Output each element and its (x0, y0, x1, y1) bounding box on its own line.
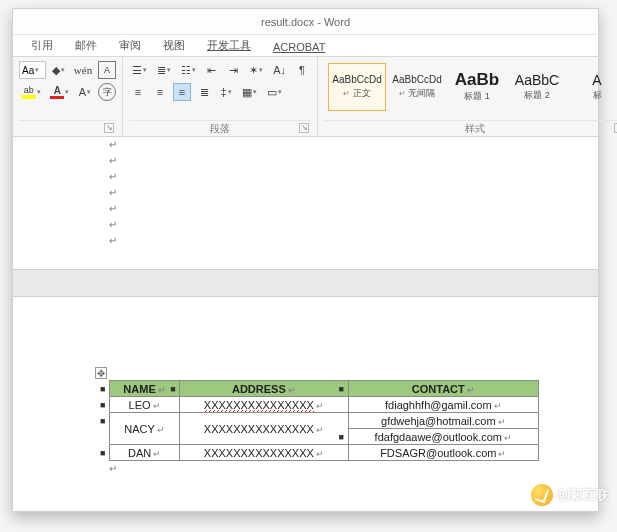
cell-contact[interactable]: FDSAGR@outlook.com↵ (348, 445, 538, 461)
style-tile-标题 2[interactable]: AaBbC标题 2 (508, 63, 566, 111)
phonetic-guide-button[interactable]: wén (72, 61, 94, 79)
table-header[interactable]: ■CONTACT↵ (348, 381, 538, 397)
ribbon-group-paragraph: ☰▾ ≣▾ ☷▾ ⇤ ⇥ ✶▾ A↓ ¶ ≡ ≡ ≡ ≣ ‡▾ ▦▾ ▭▾ (123, 57, 318, 136)
font-group-label: ↘ (19, 120, 116, 136)
font-name-combo[interactable]: Aa▾ (19, 61, 46, 79)
enclose-characters-button[interactable]: 字 (98, 83, 116, 101)
ribbon-group-font: Aa▾ ◆▾ wén A ab ▾ A ▾ (13, 57, 123, 136)
table-header[interactable]: ■ADDRESS↵ (180, 381, 348, 397)
shading-button[interactable]: ▦▾ (239, 83, 260, 101)
cell-contact[interactable]: gfdwehja@hotmail.com↵ (348, 413, 538, 429)
table-row[interactable]: ■NACY↵XXXXXXXXXXXXXXX↵gfdwehja@hotmail.c… (110, 413, 539, 429)
cell-address[interactable]: XXXXXXXXXXXXXXX↵ (180, 445, 348, 461)
cell-contact[interactable]: fdiaghhfh@gamil.com↵ (348, 397, 538, 413)
page-break (13, 269, 598, 297)
font-color-button[interactable]: A ▾ (48, 83, 73, 101)
align-left-button[interactable]: ≡ (129, 83, 147, 101)
align-right-button[interactable]: ≡ (173, 83, 191, 101)
cell-name[interactable]: ■NACY↵ (110, 413, 180, 445)
style-tile-正文[interactable]: AaBbCcDd↵ 正文 (328, 63, 386, 111)
style-tile-无间隔[interactable]: AaBbCcDd↵ 无间隔 (388, 63, 446, 111)
styles-group-label: 样式 ↘ (324, 120, 617, 136)
line-spacing-button[interactable]: ‡▾ (217, 83, 235, 101)
bullets-button[interactable]: ☰▾ (129, 61, 150, 79)
align-center-button[interactable]: ≡ (151, 83, 169, 101)
cell-address[interactable]: XXXXXXXXXXXXXXX↵ (180, 413, 348, 445)
sort-button[interactable]: A↓ (270, 61, 289, 79)
align-justify-button[interactable]: ≣ (195, 83, 213, 101)
style-tile-标[interactable]: A标 (568, 63, 617, 111)
paragraph-mark: ↵ (109, 201, 598, 217)
cell-address[interactable]: XXXXXXXXXXXXXXX↵ (180, 397, 348, 413)
tab-ACROBAT[interactable]: ACROBAT (273, 41, 325, 56)
style-tile-标题 1[interactable]: AaBb标题 1 (448, 63, 506, 111)
paragraph-mark: ↵ (109, 153, 598, 169)
multilevel-list-button[interactable]: ☷▾ (178, 61, 199, 79)
word-window: result.docx - Word 引用邮件审阅视图开发工具ACROBAT A… (12, 8, 599, 512)
style-gallery: AaBbCcDd↵ 正文AaBbCcDd↵ 无间隔AaBb标题 1AaBbC标题… (324, 61, 617, 113)
cell-contact[interactable]: ■fdafgdaawe@outlook.com↵ (348, 429, 538, 445)
clear-formatting-button[interactable]: ◆▾ (50, 61, 68, 79)
character-shading-button[interactable]: A▾ (76, 83, 94, 101)
increase-indent-button[interactable]: ⇥ (224, 61, 242, 79)
numbering-button[interactable]: ≣▾ (154, 61, 174, 79)
tab-审阅[interactable]: 审阅 (119, 38, 141, 56)
paragraph-group-label: 段落 ↘ (129, 120, 311, 136)
tab-引用[interactable]: 引用 (31, 38, 53, 56)
decrease-indent-button[interactable]: ⇤ (202, 61, 220, 79)
table-move-handle[interactable]: ✥ (95, 367, 107, 379)
paragraph-mark: ↵ (109, 137, 598, 153)
show-marks-button[interactable]: ¶ (293, 61, 311, 79)
tab-邮件[interactable]: 邮件 (75, 38, 97, 56)
document-area[interactable]: ↵↵↵↵↵↵↵ ✥ ■NAME↵■ADDRESS↵■CONTACT↵ ■LEO↵… (13, 137, 598, 511)
data-table[interactable]: ■NAME↵■ADDRESS↵■CONTACT↵ ■LEO↵XXXXXXXXXX… (109, 380, 539, 461)
paragraph-mark: ↵ (109, 461, 598, 477)
table-header[interactable]: ■NAME↵ (110, 381, 180, 397)
cell-name[interactable]: ■DAN↵ (110, 445, 180, 461)
character-border-button[interactable]: A (98, 61, 116, 79)
table-row[interactable]: ■DAN↵XXXXXXXXXXXXXXX↵FDSAGR@outlook.com↵ (110, 445, 539, 461)
paragraph-mark: ↵ (109, 169, 598, 185)
text-direction-button[interactable]: ✶▾ (246, 61, 266, 79)
titlebar: result.docx - Word (13, 9, 598, 35)
highlight-color-button[interactable]: ab ▾ (19, 83, 44, 101)
paragraph-dialog-launcher[interactable]: ↘ (299, 123, 309, 133)
table-row[interactable]: ■LEO↵XXXXXXXXXXXXXXX↵fdiaghhfh@gamil.com… (110, 397, 539, 413)
paragraph-mark: ↵ (109, 217, 598, 233)
ribbon-tabs: 引用邮件审阅视图开发工具ACROBAT (13, 35, 598, 57)
tab-视图[interactable]: 视图 (163, 38, 185, 56)
paragraph-mark: ↵ (109, 185, 598, 201)
font-dialog-launcher[interactable]: ↘ (104, 123, 114, 133)
borders-button[interactable]: ▭▾ (264, 83, 285, 101)
ribbon: Aa▾ ◆▾ wén A ab ▾ A ▾ (13, 57, 598, 137)
window-title: result.docx - Word (261, 16, 350, 28)
cell-name[interactable]: ■LEO↵ (110, 397, 180, 413)
tab-开发工具[interactable]: 开发工具 (207, 38, 251, 56)
paragraph-mark: ↵ (109, 233, 598, 249)
font-name-label: Aa (22, 65, 34, 76)
ribbon-group-styles: AaBbCcDd↵ 正文AaBbCcDd↵ 无间隔AaBb标题 1AaBbC标题… (318, 57, 617, 136)
